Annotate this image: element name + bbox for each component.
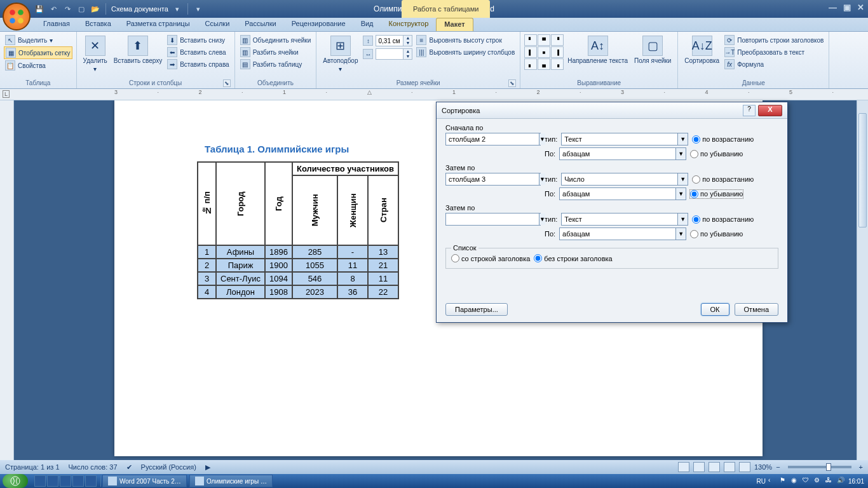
- distribute-rows-button[interactable]: ≡Выровнять высоту строк: [415, 34, 516, 46]
- col-width-control[interactable]: ↔ ▲▼: [362, 48, 414, 60]
- zoom-out-button[interactable]: −: [776, 463, 780, 471]
- tray-icon[interactable]: 🛡: [803, 477, 811, 485]
- dialog-launcher-icon[interactable]: ⬊: [223, 79, 231, 87]
- sort-button[interactable]: A↓ZСортировка: [682, 34, 722, 65]
- ql-icon[interactable]: [47, 475, 58, 487]
- status-language[interactable]: Русский (Россия): [141, 463, 196, 471]
- sort3-type-combo[interactable]: ▼: [561, 213, 688, 226]
- delete-button[interactable]: ✕Удалить▾: [81, 34, 110, 74]
- chevron-down-icon[interactable]: ▼: [677, 173, 688, 185]
- sort1-using-combo[interactable]: ▼: [559, 147, 686, 160]
- tray-expand-icon[interactable]: ‹: [768, 477, 777, 485]
- cell-margins-button[interactable]: ▢Поля ячейки: [632, 34, 674, 65]
- chevron-down-icon[interactable]: ▼: [677, 133, 688, 145]
- tray-clock[interactable]: 16:01: [848, 478, 864, 485]
- office-button[interactable]: [3, 3, 31, 30]
- tray-lang[interactable]: RU: [757, 478, 766, 485]
- params-button[interactable]: Параметры...: [445, 303, 508, 316]
- tab-table-layout[interactable]: Макет: [436, 18, 473, 31]
- help-button[interactable]: ?: [743, 105, 756, 116]
- redo-icon[interactable]: ↷: [62, 4, 72, 14]
- sort1-asc-radio[interactable]: по возрастанию: [692, 135, 754, 144]
- sort1-field-combo[interactable]: ▼: [445, 133, 541, 146]
- no-header-radio[interactable]: без строки заголовка: [534, 254, 612, 262]
- open-icon[interactable]: 📂: [90, 4, 100, 14]
- zoom-label[interactable]: 130%: [754, 463, 772, 471]
- sort2-asc-radio[interactable]: по возрастанию: [692, 175, 754, 184]
- tab-review[interactable]: Рецензирование: [284, 18, 353, 31]
- horizontal-ruler[interactable]: L 3 · 2 · 1 · △ · 1 · 2 · 3 · 4 · 5 · 6 …: [0, 89, 868, 100]
- chevron-down-icon[interactable]: ▼: [677, 214, 688, 225]
- ql-icon[interactable]: [34, 475, 46, 487]
- insert-left-button[interactable]: ⬅Вставить слева: [166, 46, 230, 58]
- select-button[interactable]: ↖Выделить ▾: [4, 34, 72, 46]
- scrollbar-thumb[interactable]: [858, 113, 867, 227]
- align-tr[interactable]: ▝: [551, 34, 564, 46]
- chevron-down-icon[interactable]: ▼: [675, 188, 686, 200]
- view-web[interactable]: [709, 462, 720, 472]
- zoom-thumb[interactable]: [826, 463, 831, 471]
- start-button[interactable]: [3, 474, 28, 488]
- vertical-ruler[interactable]: [0, 100, 14, 460]
- insert-below-button[interactable]: ⬇Вставить снизу: [166, 34, 230, 46]
- convert-to-text-button[interactable]: →TПреобразовать в текст: [723, 46, 825, 58]
- tray-icon[interactable]: ⚙: [814, 477, 823, 485]
- repeat-header-button[interactable]: ⟳Повторить строки заголовков: [723, 34, 825, 46]
- tray-icon[interactable]: ⚑: [780, 477, 789, 485]
- sort1-type-combo[interactable]: ▼: [561, 133, 688, 146]
- show-grid-button[interactable]: ▦Отобразить сетку: [4, 46, 72, 59]
- spin-down-icon[interactable]: ▼: [403, 54, 412, 59]
- cancel-button[interactable]: Отмена: [735, 303, 778, 316]
- save-icon[interactable]: 💾: [34, 4, 44, 14]
- zoom-slider[interactable]: [788, 466, 851, 468]
- spin-up-icon[interactable]: ▲: [403, 36, 412, 41]
- sort1-desc-radio[interactable]: по убыванию: [690, 150, 743, 158]
- sort2-field-combo[interactable]: ▼: [445, 173, 541, 186]
- status-words[interactable]: Число слов: 37: [69, 463, 118, 471]
- macro-icon[interactable]: ▶: [205, 463, 210, 471]
- maximize-button[interactable]: ▣: [843, 3, 851, 12]
- sort3-using-combo[interactable]: ▼: [559, 227, 686, 240]
- text-direction-button[interactable]: A↕Направление текста: [565, 34, 630, 65]
- align-tc[interactable]: ▀: [538, 34, 550, 46]
- data-table[interactable]: № п/п Город Год Количество участников Му…: [197, 161, 399, 299]
- ok-button[interactable]: ОК: [701, 303, 729, 316]
- with-header-radio[interactable]: со строкой заголовка: [451, 254, 530, 262]
- split-table-button[interactable]: ▤Разбить таблицу: [239, 58, 313, 70]
- tab-view[interactable]: Вид: [353, 18, 381, 31]
- insert-above-button[interactable]: ⬆Вставить сверху: [111, 34, 165, 65]
- dialog-launcher-icon[interactable]: ⬊: [508, 79, 516, 87]
- volume-icon[interactable]: 🔊: [837, 477, 846, 485]
- formula-button[interactable]: fxФормула: [723, 58, 825, 70]
- align-mc[interactable]: ■: [538, 46, 550, 58]
- align-bc[interactable]: ▄: [538, 58, 550, 70]
- row-height-control[interactable]: ↕ ▲▼: [362, 34, 414, 47]
- sort3-field-combo[interactable]: ▼: [445, 213, 541, 226]
- view-draft[interactable]: [739, 462, 750, 472]
- chevron-down-icon[interactable]: ▼: [675, 148, 686, 159]
- undo-icon[interactable]: ↶: [48, 4, 58, 14]
- insert-right-button[interactable]: ➡Вставить справа: [166, 58, 230, 70]
- properties-button[interactable]: 📋Свойства: [4, 60, 72, 71]
- sort3-desc-radio[interactable]: по убыванию: [690, 230, 743, 238]
- tab-page-layout[interactable]: Разметка страницы: [119, 18, 198, 31]
- vertical-scrollbar[interactable]: [857, 100, 868, 460]
- autofit-button[interactable]: ⊞Автоподбор▾: [320, 34, 360, 74]
- tab-selector-icon[interactable]: L: [3, 90, 10, 98]
- dialog-close-button[interactable]: X: [758, 105, 782, 116]
- minimize-button[interactable]: —: [829, 3, 837, 12]
- tab-home[interactable]: Главная: [36, 18, 78, 31]
- taskbar-item[interactable]: Word 2007 Часть 2…: [102, 475, 187, 487]
- align-br[interactable]: ▗: [551, 58, 564, 70]
- qat-more-icon[interactable]: ▾: [193, 4, 203, 14]
- tab-table-design[interactable]: Конструктор: [381, 18, 437, 31]
- network-icon[interactable]: 🖧: [825, 477, 834, 485]
- align-tl[interactable]: ▘: [524, 34, 537, 46]
- chevron-down-icon[interactable]: ▼: [675, 228, 686, 240]
- col-width-input[interactable]: [376, 49, 403, 59]
- status-page[interactable]: Страница: 1 из 1: [5, 463, 60, 471]
- align-mr[interactable]: ▐: [551, 46, 564, 58]
- sort3-asc-radio[interactable]: по возрастанию: [692, 215, 754, 224]
- chevron-down-icon[interactable]: ▾: [172, 4, 182, 14]
- ql-icon[interactable]: [85, 475, 97, 487]
